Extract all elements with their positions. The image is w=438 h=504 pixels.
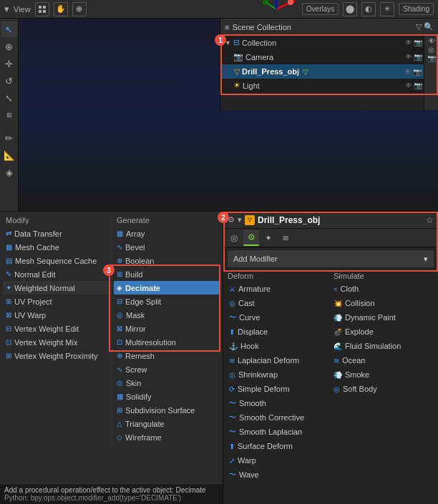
prop-item-smooth-laplacian[interactable]: 〜 Smooth Laplacian [226, 425, 331, 439]
prop-item-smooth[interactable]: 〜 Smooth [226, 396, 331, 410]
outliner-filter-icon[interactable]: ▽ [416, 22, 422, 31]
prop-tab-modifier[interactable]: ⚙ [243, 230, 259, 246]
menu-item-solidify[interactable]: ▦ Solidify [114, 390, 220, 403]
prop-item-surface-deform[interactable]: ⬆ Surface Deform [226, 439, 331, 453]
light-visibility-icon[interactable]: 👁 [405, 81, 412, 89]
overlays-button[interactable]: Overlays [302, 3, 339, 15]
drill-visibility-icon[interactable]: 👁 [404, 68, 412, 76]
viewport-icon-grid[interactable] [35, 2, 49, 16]
prop-item-soft-body[interactable]: ◎ Soft Body [331, 382, 435, 396]
outliner-item-scene-collection[interactable]: ▼ ⊟ Collection 👁 📷 [220, 36, 438, 50]
light-render-icon[interactable]: 📷 [414, 81, 422, 89]
prop-item-cast[interactable]: ◎ Cast [226, 296, 331, 310]
tool-move[interactable]: ✛ [1, 56, 17, 71]
tool-rotate[interactable]: ↺ [1, 73, 17, 89]
viewport-shading-rendered[interactable]: ☀ [380, 2, 394, 16]
tool-measure[interactable]: 📐 [1, 147, 17, 163]
prop-item-smoke[interactable]: 💨 Smoke [331, 367, 435, 382]
tool-scale[interactable]: ⤡ [1, 90, 17, 106]
menu-item-bevel[interactable]: ∿ Bevel [114, 240, 220, 254]
menu-item-vw-mix[interactable]: ⊡ Vertex Weight Mix [3, 335, 109, 349]
prop-item-cloth[interactable]: ≈ Cloth [331, 282, 435, 296]
menu-item-weighted-normal[interactable]: ✦ Weighted Normal [3, 281, 109, 295]
menu-item-mirror[interactable]: ⊠ Mirror [114, 322, 220, 335]
prop-tab-particles[interactable]: ✦ [261, 230, 276, 246]
prop-item-displace[interactable]: ⬆ Displace [226, 325, 331, 339]
prop-tab-object[interactable]: ◎ [226, 230, 242, 246]
visibility-icon[interactable]: 👁 [405, 39, 412, 46]
menu-item-build[interactable]: ⊞ Build [114, 267, 220, 281]
menu-item-decimate[interactable]: ◈ Decimate [114, 281, 220, 295]
outliner-right-icon2[interactable]: ◎ [428, 46, 434, 54]
view-menu[interactable]: View [14, 5, 31, 14]
prop-item-fluid-sim[interactable]: 🌊 Fluid Simulation [331, 339, 435, 353]
menu-item-subdivision-surface[interactable]: ⊞ Subdivision Surface [114, 403, 220, 417]
menu-item-vw-edit[interactable]: ⊟ Vertex Weight Edit [3, 322, 109, 335]
outliner-item-light[interactable]: ☀ Light 👁 📷 [220, 79, 438, 93]
prop-item-dynamic-paint[interactable]: 💨 Dynamic Paint [331, 310, 435, 325]
tool-select[interactable]: ↖ [1, 21, 17, 37]
menu-item-vw-proximity[interactable]: ⊞ Vertex Weight Proximity [3, 349, 109, 362]
prop-item-armature[interactable]: ⚔ Armature [226, 282, 331, 296]
menu-item-boolean[interactable]: ⊕ Boolean [114, 254, 220, 267]
prop-item-explode[interactable]: 💣 Explode [331, 325, 435, 339]
render-icon[interactable]: 📷 [414, 39, 422, 46]
menu-item-triangulate[interactable]: △ Triangulate [114, 417, 220, 430]
add-modifier-button[interactable]: Add Modifier ▾ [228, 250, 434, 267]
prop-item-shrinkwrap[interactable]: ◎ Shrinkwrap [226, 367, 331, 382]
tooltip-line1: Add a procedural operation/effect to the… [4, 486, 218, 494]
viewport-area: ↖ ⊕ ✛ ↺ ⤡ ⊞ ✏ 📐 ◈ ≡ Scene Collection ▽ 🔍… [0, 19, 438, 211]
explode-icon: 💣 [334, 328, 342, 336]
drill-render-icon[interactable]: 📷 [413, 68, 422, 76]
outliner-right-icon3[interactable]: 📷 [427, 54, 436, 62]
viewport-icon-hand[interactable]: ✋ [54, 2, 68, 16]
outliner-item-camera[interactable]: 📷 Camera 👁 📷 [220, 50, 438, 64]
prop-item-curve[interactable]: 〜 Curve [226, 310, 331, 325]
menu-item-mesh-sequence-cache[interactable]: ▤ Mesh Sequence Cache [3, 254, 109, 267]
tool-transform[interactable]: ⊞ [1, 107, 17, 123]
menu-item-array[interactable]: ▦ Array [114, 227, 220, 240]
outliner-header: ≡ Scene Collection ▽ 🔍 [220, 19, 438, 36]
tool-annotate[interactable]: ✏ [1, 130, 17, 146]
cam-render-icon[interactable]: 📷 [414, 53, 422, 61]
outliner-item-drill-press[interactable]: ▽ Drill_Press_obj ▽ 👁 📷 [220, 64, 438, 79]
prop-item-hook[interactable]: ⚓ Hook [226, 339, 331, 353]
menu-item-uv-warp[interactable]: ⊠ UV Warp [3, 308, 109, 322]
viewport-shading-material[interactable]: ◐ [361, 2, 376, 16]
menu-item-screw[interactable]: ∿ Screw [114, 362, 220, 376]
prop-item-smooth-corrective[interactable]: 〜 Smooth Corrective [226, 410, 331, 425]
menu-item-remesh[interactable]: ⊕ Remesh [114, 349, 220, 362]
cam-visibility-icon[interactable]: 👁 [405, 53, 412, 61]
prop-item-ocean[interactable]: ≋ Ocean [331, 353, 435, 367]
outliner-right-bar: 👁 ◎ 📷 [424, 36, 438, 110]
prop-item-warp[interactable]: ⤢ Warp [226, 453, 331, 468]
editor-type-button[interactable]: ▾ [4, 4, 9, 14]
tooltip-line2: Python: bpy.ops.object.modifier_add(type… [4, 494, 218, 502]
pin-button[interactable]: ☆ [426, 215, 434, 225]
prop-item-collision[interactable]: 💥 Collision [331, 296, 435, 310]
shading-button[interactable]: Shading [399, 3, 434, 15]
menu-item-uv-project[interactable]: ⊞ UV Project [3, 295, 109, 308]
mask-label: Mask [126, 311, 145, 320]
menu-item-wireframe[interactable]: ◇ Wireframe [114, 430, 220, 444]
menu-item-mesh-cache[interactable]: ▦ Mesh Cache [3, 240, 109, 254]
outliner-search-icon[interactable]: 🔍 [424, 22, 434, 31]
menu-item-data-transfer[interactable]: ⇄ Data Transfer [3, 227, 109, 240]
menu-item-mask[interactable]: ◎ Mask [114, 308, 220, 322]
menu-item-edge-split[interactable]: ⊟ Edge Split [114, 295, 220, 308]
tool-cursor[interactable]: ⊕ [1, 39, 17, 54]
viewport-shading-solid[interactable]: ⬤ [343, 2, 357, 16]
weighted-normal-icon: ✦ [6, 284, 11, 292]
prop-tab-physics[interactable]: ≋ [278, 230, 293, 246]
vw-edit-label: Vertex Weight Edit [14, 325, 79, 333]
viewport-icon-cursor[interactable]: ⊕ [72, 2, 87, 16]
solidify-label: Solidify [126, 392, 151, 401]
menu-item-normal-edit[interactable]: ✎ Normal Edit [3, 267, 109, 281]
tool-empty[interactable]: ◈ [1, 164, 17, 180]
prop-item-laplacian-deform[interactable]: ≋ Laplacian Deform [226, 353, 331, 367]
menu-item-multiresolution[interactable]: ⊡ Multiresolution [114, 335, 220, 349]
outliner-right-icon1[interactable]: 👁 [428, 37, 435, 45]
menu-item-skin[interactable]: ◎ Skin [114, 376, 220, 390]
prop-item-wave[interactable]: 〜 Wave [226, 468, 331, 482]
prop-item-simple-deform[interactable]: ⟳ Simple Deform [226, 382, 331, 396]
